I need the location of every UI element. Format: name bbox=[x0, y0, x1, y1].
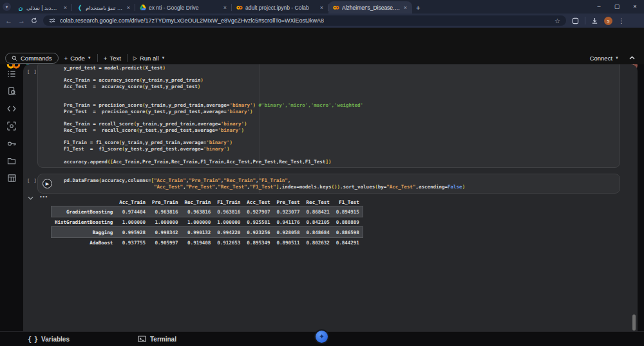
table-cell: 1.000000 bbox=[214, 217, 243, 227]
table-cell: 0.974404 bbox=[116, 206, 149, 217]
plus-icon: + bbox=[64, 55, 68, 62]
code-cell-dataframe[interactable]: ▶ pd.DataFrame(accuracy,columns=["Acc_Tr… bbox=[37, 174, 620, 194]
code-cell-metrics[interactable]: y_pred_test = model.predict(X_test) Acc_… bbox=[37, 64, 620, 168]
browser-tab-alzheimers-active[interactable]: Alzheimer's_Disease.ipynb - Co × bbox=[328, 1, 412, 14]
reload-icon[interactable] bbox=[31, 17, 37, 24]
code-snippets-icon[interactable] bbox=[7, 104, 16, 114]
commands-button[interactable]: Commands bbox=[5, 53, 59, 64]
drive-icon bbox=[140, 5, 146, 11]
table-cell: 0.928058 bbox=[273, 227, 303, 237]
table-cell: 0.923077 bbox=[273, 206, 303, 217]
download-icon[interactable] bbox=[591, 17, 598, 24]
forward-icon[interactable]: → bbox=[18, 17, 25, 24]
code-editor-content[interactable]: pd.DataFrame(accuracy,columns=["Acc_Trai… bbox=[38, 174, 620, 193]
row-index: HistGradientBoosting bbox=[52, 217, 116, 227]
tab-close-icon[interactable]: × bbox=[63, 5, 68, 11]
table-cell: 0.894915 bbox=[333, 206, 363, 217]
table-cell: 0.912653 bbox=[214, 237, 243, 248]
table-cell: 0.963816 bbox=[149, 206, 182, 217]
chevron-down-icon[interactable]: ▼ bbox=[162, 56, 166, 60]
chevron-down-icon[interactable]: ▼ bbox=[615, 56, 619, 60]
play-icon: ▷ bbox=[133, 55, 137, 61]
code-line bbox=[64, 115, 614, 122]
column-header: Acc_Test bbox=[243, 197, 273, 206]
table-row[interactable]: GradientBoosting0.9744040.9638160.963816… bbox=[52, 206, 363, 217]
bookmark-star-icon[interactable]: ☆ bbox=[554, 17, 560, 24]
url-text: colab.research.google.com/drive/17zTYDmy… bbox=[60, 17, 324, 24]
tab-close-icon[interactable]: × bbox=[403, 5, 408, 11]
table-cell: 0.994220 bbox=[214, 227, 243, 237]
scrollbar-thumb[interactable] bbox=[632, 314, 636, 331]
divider bbox=[585, 17, 585, 24]
spark-icon: ✦ bbox=[319, 332, 325, 341]
dataframe-table: Acc_TrainPre_TrainRec_TrainF1_TrainAcc_T… bbox=[52, 197, 363, 248]
browser-tab-nafezly[interactable]: ن إضافة عمل جديد | نفذلي × bbox=[13, 1, 72, 14]
tab-close-icon[interactable]: × bbox=[319, 5, 324, 11]
table-cell: 0.868421 bbox=[303, 206, 333, 217]
browser-tab-learning[interactable]: ❬ إنشاء تطبيق تنبؤ باستخدام ming × bbox=[72, 1, 135, 14]
browser-tab-drive[interactable]: ex nti - Google Drive × bbox=[135, 1, 232, 14]
browser-menu-icon[interactable]: ⋮ bbox=[618, 17, 625, 24]
address-bar[interactable]: colab.research.google.com/drive/17zTYDmy… bbox=[43, 15, 566, 26]
tab-search-button[interactable]: ▾ bbox=[3, 3, 11, 11]
variables-button[interactable]: { } Variables bbox=[28, 336, 70, 343]
run-all-button[interactable]: ▷ Run all ▼ bbox=[133, 55, 166, 62]
browser-url-bar: ← → colab.research.google.com/drive/17zT… bbox=[0, 14, 644, 28]
table-cell: 0.919408 bbox=[182, 237, 214, 248]
column-header: Rec_Test bbox=[303, 197, 333, 206]
code-line: Rec_Train = recall_score(y_train,y_pred_… bbox=[64, 121, 614, 127]
tab-close-icon[interactable]: × bbox=[223, 5, 227, 11]
browser-profile-avatar[interactable]: s bbox=[604, 17, 612, 25]
notebook-toolbar: Commands + Code ▼ + Text ▷ Run all ▼ Con… bbox=[0, 51, 644, 64]
cell-execution-indicator[interactable]: [ ] bbox=[27, 178, 37, 183]
secrets-key-icon[interactable] bbox=[7, 138, 17, 149]
output-options-icon[interactable]: ••• bbox=[40, 194, 48, 199]
code-line: Rec_Test = recall_score(y_test,y_pred_te… bbox=[64, 127, 614, 134]
table-row[interactable]: Bagging0.9959280.9983420.9901320.9942200… bbox=[52, 227, 363, 237]
maximize-button[interactable]: ▢ bbox=[608, 0, 626, 14]
table-row[interactable]: AdaBoost0.9377550.9059970.9194080.912653… bbox=[52, 237, 363, 248]
find-replace-icon[interactable] bbox=[8, 86, 16, 96]
row-index: GradientBoosting bbox=[52, 206, 116, 217]
gemini-spark-scan-icon[interactable] bbox=[7, 121, 16, 131]
collapse-output-icon[interactable] bbox=[28, 196, 33, 200]
window-controls: – ▢ × bbox=[590, 0, 644, 14]
site-settings-icon[interactable] bbox=[49, 17, 55, 24]
search-icon bbox=[12, 55, 17, 61]
add-code-button[interactable]: + Code ▼ bbox=[64, 55, 91, 62]
code-line: Acc_Test = accuracy_score(y_test,y_pred_… bbox=[64, 84, 614, 90]
terminal-button[interactable]: Terminal bbox=[138, 336, 176, 343]
code-line: F1_Test = f1_score(y_test,y_pred_test,av… bbox=[64, 146, 614, 152]
connect-button[interactable]: Connect ▼ bbox=[590, 55, 619, 62]
minimize-button[interactable]: – bbox=[590, 0, 608, 14]
chevron-down-icon[interactable]: ▼ bbox=[88, 56, 91, 60]
collapse-header-icon[interactable] bbox=[629, 56, 635, 60]
table-cell: 0.998342 bbox=[149, 227, 182, 237]
code-line: F1_Train = f1_score(y_train,y_pred_train… bbox=[64, 140, 614, 146]
code-line: accuracy.append([Acc_Train,Pre_Train,Rec… bbox=[64, 159, 614, 165]
files-folder-icon[interactable] bbox=[7, 156, 16, 166]
tab-group-icon[interactable] bbox=[572, 17, 579, 24]
code-editor-content[interactable]: y_pred_test = model.predict(X_test) Acc_… bbox=[38, 64, 620, 168]
table-row[interactable]: HistGradientBoosting1.0000001.0000001.00… bbox=[52, 217, 363, 227]
table-cell: 0.990132 bbox=[182, 227, 214, 237]
table-of-contents-icon[interactable] bbox=[7, 69, 16, 79]
table-cell: 0.927907 bbox=[243, 206, 273, 217]
cell-execution-indicator[interactable]: [ ] bbox=[27, 69, 37, 75]
gemini-assistant-button[interactable]: ✦ bbox=[314, 329, 329, 344]
table-cell: 0.905997 bbox=[149, 237, 182, 248]
divider bbox=[97, 54, 98, 62]
close-button[interactable]: × bbox=[626, 0, 644, 14]
new-tab-button[interactable]: + bbox=[416, 4, 420, 12]
code-line: Acc_Train = accuracy_score(y_train,y_pre… bbox=[64, 77, 614, 84]
column-header: Acc_Train bbox=[116, 197, 149, 206]
table-cell: 0.848684 bbox=[303, 227, 333, 237]
add-text-button[interactable]: + Text bbox=[104, 55, 121, 62]
left-sidebar bbox=[0, 64, 23, 331]
colab-icon bbox=[236, 5, 243, 11]
back-icon[interactable]: ← bbox=[5, 17, 12, 24]
column-header: F1_Train bbox=[214, 197, 243, 206]
data-table-icon[interactable] bbox=[8, 173, 16, 183]
browser-tab-adult-project[interactable]: adult project.ipynb - Colab × bbox=[232, 1, 328, 14]
tab-close-icon[interactable]: × bbox=[126, 5, 131, 11]
